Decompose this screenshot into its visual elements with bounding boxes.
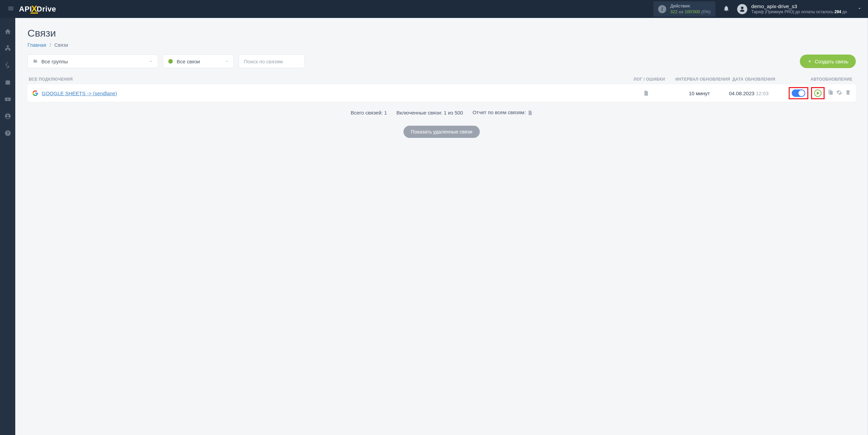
highlight-play — [811, 87, 825, 99]
time-value: 12:03 — [756, 90, 769, 96]
create-button-label: Создать связь — [815, 59, 848, 64]
settings-button[interactable] — [836, 89, 842, 97]
stats-row: Всего связей: 1 Включенные связи: 1 из 5… — [27, 109, 856, 116]
status-select-label: Все связи — [177, 59, 200, 64]
breadcrumb-sep: / — [50, 42, 51, 48]
chevron-down-icon — [149, 59, 153, 64]
actions-pct: (0%) — [701, 9, 710, 14]
col-name: ВСЕ ПОДКЛЮЧЕНИЯ — [29, 77, 626, 82]
actions-used: 322 — [670, 9, 678, 14]
main-content: Связи Главная / Связи Все группы Все свя… — [15, 18, 868, 147]
document-icon — [527, 110, 533, 116]
trash-icon — [845, 89, 851, 96]
show-deleted-button[interactable]: Показать удаленные связи — [403, 126, 480, 138]
log-cell — [622, 90, 670, 96]
breadcrumb-current: Связи — [54, 42, 68, 48]
interval-cell: 10 минут — [670, 90, 729, 96]
svg-rect-0 — [7, 46, 8, 47]
copy-icon — [827, 89, 833, 96]
col-interval: ИНТЕРВАЛ ОБНОВЛЕНИЯ — [673, 77, 732, 82]
actions-cap: 100'000 — [685, 9, 700, 14]
nav-connections[interactable] — [4, 45, 11, 53]
user-name: demo_apix-drive_s3 — [751, 3, 847, 10]
auto-cell — [783, 87, 851, 99]
nav-billing[interactable] — [4, 62, 11, 70]
connection-name-link[interactable]: GOOGLE SHEETS -> (sendlane) — [42, 90, 622, 96]
gear-icon — [836, 89, 842, 96]
nav-home[interactable] — [4, 28, 11, 36]
actions-text: Действия: 322 из 100'000 (0%) — [670, 3, 711, 15]
highlight-toggle — [789, 87, 808, 99]
plus-icon — [807, 59, 812, 64]
col-log: ЛОГ / ОШИБКИ — [626, 77, 673, 82]
info-icon: i — [658, 5, 666, 13]
hamburger-icon — [7, 5, 14, 12]
search-input[interactable] — [239, 55, 305, 68]
briefcase-icon — [4, 79, 11, 86]
report-download[interactable] — [527, 109, 533, 115]
chevron-down-icon — [857, 6, 862, 11]
group-select-label: Все группы — [41, 59, 68, 64]
play-circle-icon — [168, 59, 173, 64]
notifications-button[interactable] — [723, 5, 730, 13]
svg-rect-1 — [5, 49, 7, 50]
date-value: 04.08.2023 — [729, 90, 754, 96]
home-icon — [4, 28, 11, 35]
page-title: Связи — [27, 27, 856, 39]
user-circle-icon — [4, 113, 11, 120]
plan-days: 294 — [834, 9, 841, 14]
plan-prefix: Тариф |Премиум PRO| до оплаты осталось — [751, 9, 834, 14]
google-icon — [32, 90, 38, 96]
actions-of: из — [679, 9, 683, 14]
menu-toggle[interactable] — [6, 4, 16, 15]
logo[interactable]: API X Drive — [19, 4, 56, 14]
document-icon[interactable] — [643, 90, 649, 96]
connection-row: GOOGLE SHEETS -> (sendlane) 10 минут 04.… — [27, 84, 856, 102]
svg-rect-2 — [8, 49, 10, 50]
user-icon — [739, 6, 745, 12]
autoupdate-toggle[interactable] — [792, 89, 805, 97]
dollar-icon — [4, 62, 11, 69]
breadcrumb: Главная / Связи — [27, 42, 856, 48]
date-cell: 04.08.2023 12:03 — [729, 90, 783, 96]
topbar-right: i Действия: 322 из 100'000 (0%) demo_api… — [653, 1, 862, 17]
logo-text-right: Drive — [37, 5, 56, 14]
logo-text-left: API — [19, 5, 32, 14]
help-icon — [4, 130, 11, 137]
col-date: ДАТА ОБНОВЛЕНИЯ — [732, 77, 787, 82]
youtube-icon — [4, 96, 11, 103]
actions-label: Действия: — [670, 3, 711, 9]
filters-row: Все группы Все связи Создать связь — [27, 55, 856, 68]
logo-x-icon: X — [31, 4, 37, 14]
status-select[interactable]: Все связи — [163, 55, 234, 68]
run-now-button[interactable] — [814, 89, 822, 97]
stat-enabled: Включенные связи: 1 из 500 — [396, 110, 463, 116]
actions-counter[interactable]: i Действия: 322 из 100'000 (0%) — [653, 1, 715, 17]
table-header: ВСЕ ПОДКЛЮЧЕНИЯ ЛОГ / ОШИБКИ ИНТЕРВАЛ ОБ… — [27, 77, 856, 82]
nav-account[interactable] — [4, 113, 11, 121]
nav-video[interactable] — [4, 96, 11, 104]
user-menu-expand[interactable] — [857, 6, 862, 12]
user-text: demo_apix-drive_s3 Тариф |Премиум PRO| д… — [751, 3, 847, 15]
group-select[interactable]: Все группы — [27, 55, 158, 68]
nav-help[interactable] — [4, 130, 11, 138]
nav-business[interactable] — [4, 79, 11, 87]
sidenav — [0, 18, 15, 147]
chevron-down-icon — [225, 59, 229, 64]
delete-button[interactable] — [845, 89, 851, 97]
create-connection-button[interactable]: Создать связь — [800, 55, 856, 68]
stat-report-label: Отчет по всем связям: — [473, 109, 526, 115]
plan-suffix: дн — [841, 9, 847, 14]
sitemap-icon — [4, 45, 11, 52]
topbar: API X Drive i Действия: 322 из 100'000 (… — [0, 0, 868, 18]
copy-button[interactable] — [827, 89, 833, 97]
stat-total: Всего связей: 1 — [351, 110, 387, 116]
folder-icon — [33, 59, 38, 64]
col-auto: АВТООБНОВЛЕНИЕ — [787, 77, 854, 82]
breadcrumb-home[interactable]: Главная — [27, 42, 46, 48]
user-menu[interactable]: demo_apix-drive_s3 Тариф |Премиум PRO| д… — [737, 3, 847, 15]
bell-icon — [723, 5, 730, 12]
avatar — [737, 4, 747, 14]
